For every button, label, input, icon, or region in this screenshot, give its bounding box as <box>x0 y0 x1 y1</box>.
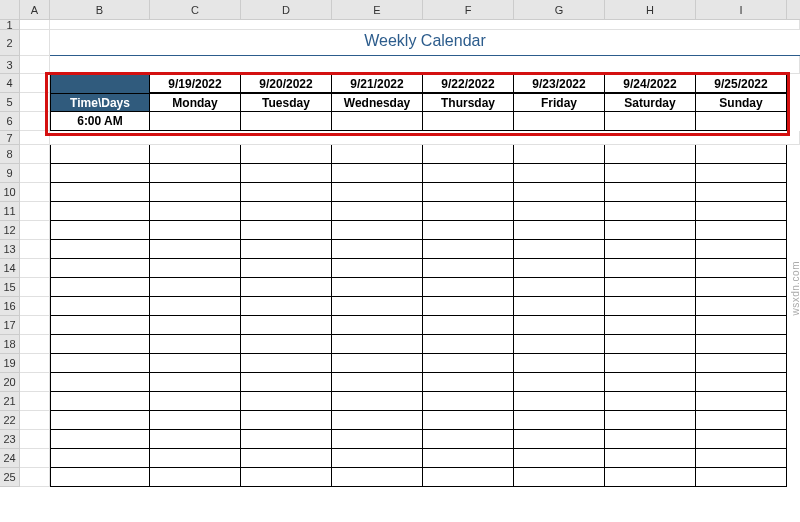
day-header[interactable]: Sunday <box>696 93 787 112</box>
calendar-cell[interactable] <box>514 468 605 487</box>
col-header-e[interactable]: E <box>332 0 423 19</box>
calendar-cell[interactable] <box>605 183 696 202</box>
calendar-cell[interactable] <box>605 240 696 259</box>
day-header[interactable]: Thursday <box>423 93 514 112</box>
calendar-cell[interactable] <box>605 145 696 164</box>
calendar-cell[interactable] <box>150 316 241 335</box>
calendar-cell[interactable] <box>514 411 605 430</box>
date-header[interactable]: 9/22/2022 <box>423 74 514 93</box>
calendar-cell[interactable] <box>605 259 696 278</box>
time-cell[interactable]: 6:00 AM <box>50 112 150 131</box>
calendar-cell[interactable] <box>241 468 332 487</box>
calendar-cell[interactable] <box>514 430 605 449</box>
calendar-cell[interactable] <box>332 221 423 240</box>
calendar-cell[interactable] <box>241 164 332 183</box>
col-header-f[interactable]: F <box>423 0 514 19</box>
calendar-cell[interactable] <box>514 354 605 373</box>
col-header-c[interactable]: C <box>150 0 241 19</box>
calendar-cell[interactable] <box>150 354 241 373</box>
calendar-cell[interactable] <box>241 335 332 354</box>
calendar-cell[interactable] <box>150 145 241 164</box>
calendar-cell[interactable] <box>150 278 241 297</box>
calendar-cell[interactable] <box>605 411 696 430</box>
calendar-cell[interactable] <box>332 430 423 449</box>
row-header-11[interactable]: 11 <box>0 202 20 221</box>
col-header-g[interactable]: G <box>514 0 605 19</box>
calendar-cell[interactable] <box>50 430 150 449</box>
calendar-cell[interactable] <box>423 145 514 164</box>
calendar-cell[interactable] <box>50 278 150 297</box>
calendar-cell[interactable] <box>605 392 696 411</box>
row-header-13[interactable]: 13 <box>0 240 20 259</box>
calendar-cell[interactable] <box>50 183 150 202</box>
calendar-cell[interactable] <box>332 297 423 316</box>
calendar-cell[interactable] <box>696 411 787 430</box>
calendar-cell[interactable] <box>514 449 605 468</box>
row-header-20[interactable]: 20 <box>0 373 20 392</box>
calendar-cell[interactable] <box>332 354 423 373</box>
calendar-cell[interactable] <box>50 449 150 468</box>
row-header-22[interactable]: 22 <box>0 411 20 430</box>
calendar-cell[interactable] <box>241 145 332 164</box>
col-header-b[interactable]: B <box>50 0 150 19</box>
calendar-cell[interactable] <box>423 430 514 449</box>
calendar-cell[interactable] <box>696 468 787 487</box>
header-blank-cell[interactable] <box>50 74 150 93</box>
calendar-cell[interactable] <box>150 335 241 354</box>
calendar-cell[interactable] <box>150 449 241 468</box>
row-header-16[interactable]: 16 <box>0 297 20 316</box>
calendar-cell[interactable] <box>50 297 150 316</box>
calendar-cell[interactable] <box>514 316 605 335</box>
calendar-cell[interactable] <box>50 164 150 183</box>
calendar-cell[interactable] <box>423 112 514 131</box>
calendar-cell[interactable] <box>50 392 150 411</box>
calendar-cell[interactable] <box>423 468 514 487</box>
row-header-7[interactable]: 7 <box>0 131 20 145</box>
calendar-cell[interactable] <box>605 373 696 392</box>
calendar-cell[interactable] <box>241 297 332 316</box>
calendar-cell[interactable] <box>241 354 332 373</box>
date-header[interactable]: 9/23/2022 <box>514 74 605 93</box>
calendar-cell[interactable] <box>241 430 332 449</box>
calendar-cell[interactable] <box>696 392 787 411</box>
calendar-cell[interactable] <box>150 240 241 259</box>
calendar-cell[interactable] <box>514 183 605 202</box>
calendar-cell[interactable] <box>696 112 787 131</box>
col-header-h[interactable]: H <box>605 0 696 19</box>
row-header-9[interactable]: 9 <box>0 164 20 183</box>
day-header[interactable]: Tuesday <box>241 93 332 112</box>
calendar-cell[interactable] <box>50 202 150 221</box>
calendar-cell[interactable] <box>605 278 696 297</box>
row-header-10[interactable]: 10 <box>0 183 20 202</box>
row-header-21[interactable]: 21 <box>0 392 20 411</box>
calendar-cell[interactable] <box>50 354 150 373</box>
calendar-cell[interactable] <box>332 392 423 411</box>
calendar-cell[interactable] <box>514 259 605 278</box>
calendar-cell[interactable] <box>332 335 423 354</box>
row-header-1[interactable]: 1 <box>0 20 20 30</box>
calendar-cell[interactable] <box>696 354 787 373</box>
calendar-cell[interactable] <box>50 411 150 430</box>
calendar-cell[interactable] <box>514 112 605 131</box>
calendar-cell[interactable] <box>696 202 787 221</box>
calendar-cell[interactable] <box>150 430 241 449</box>
calendar-cell[interactable] <box>514 164 605 183</box>
row-header-3[interactable]: 3 <box>0 56 20 74</box>
row-header-15[interactable]: 15 <box>0 278 20 297</box>
calendar-cell[interactable] <box>423 392 514 411</box>
calendar-cell[interactable] <box>514 202 605 221</box>
calendar-cell[interactable] <box>605 354 696 373</box>
calendar-cell[interactable] <box>150 112 241 131</box>
calendar-cell[interactable] <box>241 449 332 468</box>
calendar-cell[interactable] <box>241 183 332 202</box>
calendar-cell[interactable] <box>605 449 696 468</box>
row-header-18[interactable]: 18 <box>0 335 20 354</box>
calendar-cell[interactable] <box>50 316 150 335</box>
calendar-cell[interactable] <box>696 335 787 354</box>
calendar-cell[interactable] <box>241 112 332 131</box>
date-header[interactable]: 9/24/2022 <box>605 74 696 93</box>
calendar-cell[interactable] <box>241 240 332 259</box>
calendar-cell[interactable] <box>150 202 241 221</box>
calendar-cell[interactable] <box>605 335 696 354</box>
day-header[interactable]: Wednesday <box>332 93 423 112</box>
